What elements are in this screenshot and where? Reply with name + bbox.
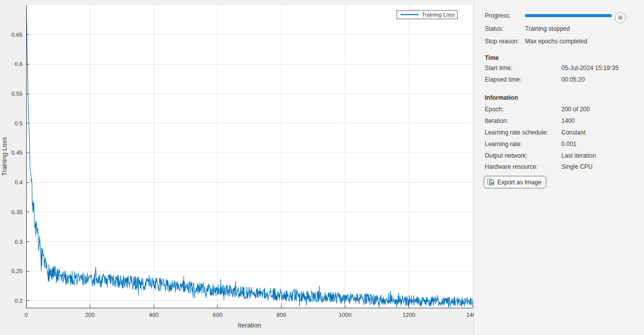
stop-training-button[interactable] — [615, 12, 626, 23]
stop-icon — [618, 16, 622, 20]
x-tick-label: 600 — [213, 312, 222, 318]
iteration-value: 1400 — [561, 117, 575, 124]
y-tick-label: 0.4 — [15, 179, 23, 185]
epoch-label: Epoch: — [485, 106, 503, 113]
y-tick-label: 0.6 — [15, 61, 23, 67]
learning-rate-label: Learning rate: — [485, 141, 522, 148]
hardware-resource-label: Hardware resource: — [485, 163, 538, 170]
x-tick-label: 1400 — [466, 312, 474, 318]
y-tick-label: 0.25 — [12, 268, 23, 274]
stop-reason-value: Max epochs completed — [525, 38, 587, 45]
y-axis-label: Training Loss — [1, 129, 8, 184]
x-tick-label: 200 — [85, 312, 95, 318]
stop-reason-label: Stop reason: — [485, 38, 519, 45]
legend-label: Training Loss — [422, 12, 455, 18]
x-tick-label: 1200 — [403, 312, 416, 318]
y-tick-label: 0.35 — [12, 209, 23, 215]
export-as-image-button[interactable]: Export as Image — [484, 176, 546, 188]
x-tick-label: 400 — [149, 312, 159, 318]
status-value: Training stopped — [525, 25, 570, 32]
learning-rate-schedule-value: Constant — [561, 129, 586, 136]
output-network-label: Output network: — [485, 152, 528, 159]
progress-bar — [525, 14, 612, 17]
training-progress-figure: 0.20.250.30.350.40.450.50.550.60.6502004… — [0, 0, 474, 335]
y-tick-label: 0.55 — [12, 91, 23, 97]
y-tick-label: 0.3 — [15, 239, 23, 245]
export-image-icon — [487, 178, 495, 186]
status-label: Status: — [485, 25, 503, 32]
hardware-resource-value: Single CPU — [561, 163, 593, 170]
y-tick-label: 0.5 — [15, 120, 23, 126]
legend-line-sample — [401, 14, 419, 15]
elapsed-time-value: 00:05:20 — [561, 76, 585, 83]
x-tick-label: 1000 — [339, 312, 352, 318]
epoch-value: 200 of 200 — [561, 106, 590, 113]
x-tick-label: 800 — [277, 312, 286, 318]
time-section-header: Time — [485, 54, 499, 61]
start-time-value: 05-Jul-2024 15:19:35 — [561, 64, 618, 72]
export-button-label: Export as Image — [497, 179, 541, 186]
iteration-label: Iteration: — [485, 117, 508, 124]
x-axis-label: Iteration — [224, 321, 275, 329]
x-tick-label: 0 — [25, 312, 28, 318]
y-tick-label: 0.65 — [12, 32, 23, 38]
elapsed-time-label: Elapsed time: — [485, 76, 522, 83]
progress-bar-fill — [525, 14, 612, 17]
y-tick-label: 0.2 — [15, 298, 23, 304]
progress-label: Progress: — [485, 12, 510, 19]
information-section-header: Information — [485, 94, 518, 101]
training-loss-chart: 0.20.250.30.350.40.450.50.550.60.6502004… — [0, 0, 474, 335]
output-network-value: Last iteration — [561, 152, 596, 159]
learning-rate-value: 0.001 — [561, 141, 576, 148]
learning-rate-schedule-label: Learning rate schedule: — [485, 129, 548, 136]
start-time-label: Start time: — [485, 64, 512, 72]
y-tick-label: 0.45 — [12, 150, 23, 156]
legend: Training Loss — [397, 10, 458, 19]
training-info-panel: Progress: Status: Training stopped Stop … — [474, 0, 644, 335]
plot-area — [26, 5, 473, 308]
